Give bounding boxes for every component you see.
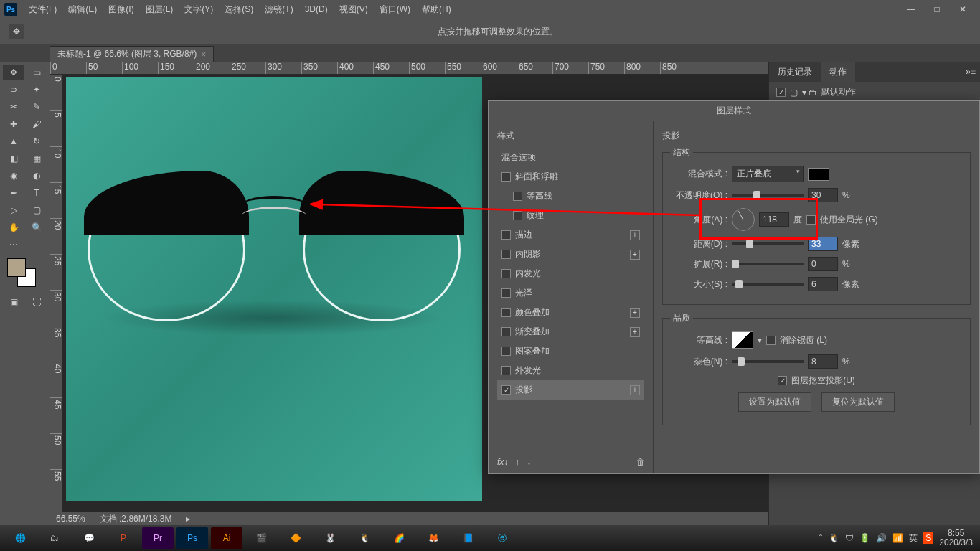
stamp-tool[interactable]: ▲ bbox=[3, 133, 24, 149]
ruler-vertical[interactable]: 0510152025303540455055 bbox=[50, 75, 63, 512]
lasso-tool[interactable]: ⊃ bbox=[3, 82, 24, 98]
global-light-check[interactable] bbox=[806, 215, 816, 225]
canvas[interactable] bbox=[66, 77, 482, 501]
dodge-tool[interactable]: ◐ bbox=[26, 168, 47, 184]
size-slider[interactable] bbox=[732, 283, 804, 286]
innerglow-check[interactable] bbox=[501, 269, 511, 278]
foreground-color[interactable] bbox=[7, 258, 26, 277]
patoverlay-check[interactable] bbox=[501, 347, 511, 356]
spread-slider[interactable] bbox=[732, 263, 804, 265]
close-tab-icon[interactable]: × bbox=[201, 50, 206, 60]
tray-volume-icon[interactable]: 🔊 bbox=[876, 533, 887, 543]
opacity-input[interactable]: 30 bbox=[808, 188, 838, 202]
noise-slider[interactable] bbox=[732, 360, 804, 363]
taskbar-notes-icon[interactable]: 📘 bbox=[452, 527, 484, 549]
status-chevron-icon[interactable]: ▸ bbox=[186, 514, 190, 524]
marquee-tool[interactable]: ▭ bbox=[26, 65, 47, 80]
opacity-slider[interactable] bbox=[732, 194, 804, 197]
magic-wand-tool[interactable]: ✦ bbox=[26, 82, 47, 98]
texture-check[interactable] bbox=[513, 211, 522, 220]
pat-overlay-item[interactable]: 图案叠加 bbox=[497, 342, 644, 361]
taskbar-wechat-icon[interactable]: 💬 bbox=[73, 527, 105, 549]
contour-dropdown-icon[interactable]: ▾ bbox=[758, 335, 762, 345]
taskbar-premiere-icon[interactable]: Pr bbox=[142, 527, 174, 549]
menu-3d[interactable]: 3D(D) bbox=[299, 0, 334, 19]
contour-check[interactable] bbox=[513, 192, 522, 201]
crop-tool[interactable]: ✂ bbox=[3, 99, 24, 115]
inner-shadow-item[interactable]: 内阴影+ bbox=[497, 245, 644, 264]
innershadow-check[interactable] bbox=[501, 250, 511, 259]
satin-check[interactable] bbox=[501, 288, 511, 298]
outerglow-check[interactable] bbox=[501, 366, 511, 375]
action-default-row[interactable]: ▢ ▾ 🗀 默认动作 bbox=[769, 82, 980, 103]
tab-actions[interactable]: 动作 bbox=[821, 62, 855, 82]
move-tool[interactable]: ✥ bbox=[3, 65, 24, 80]
bevel-check[interactable] bbox=[501, 172, 511, 182]
menu-select[interactable]: 选择(S) bbox=[219, 0, 259, 19]
type-tool[interactable]: T bbox=[26, 185, 47, 201]
menu-view[interactable]: 视图(V) bbox=[334, 0, 374, 19]
stroke-check[interactable] bbox=[501, 230, 511, 240]
arrow-down-icon[interactable]: ↓ bbox=[527, 457, 531, 467]
color-swatches[interactable] bbox=[0, 255, 50, 291]
move-tool-icon[interactable]: ✥ bbox=[9, 24, 24, 39]
layer-style-dialog[interactable]: 图层样式 样式 混合选项 斜面和浮雕 等高线 纹理 描边+ 内阴影+ 内发光 光… bbox=[488, 100, 980, 474]
taskbar-explorer-icon[interactable]: 🗂 bbox=[39, 527, 70, 549]
tray-clock[interactable]: 8:55 2020/3/3 bbox=[939, 529, 973, 547]
edit-toolbar[interactable]: ⋯ bbox=[3, 237, 24, 253]
hand-tool[interactable]: ✋ bbox=[3, 220, 24, 235]
eraser-tool[interactable]: ◧ bbox=[3, 151, 24, 166]
angle-input[interactable]: 118 bbox=[759, 212, 789, 227]
tray-chevron-icon[interactable]: ˄ bbox=[819, 533, 823, 543]
antialias-check[interactable] bbox=[766, 336, 776, 345]
taskbar-app1-icon[interactable]: 🔶 bbox=[280, 527, 311, 549]
outer-glow-item[interactable]: 外发光 bbox=[497, 361, 644, 380]
color-overlay-item[interactable]: 颜色叠加+ bbox=[497, 303, 644, 322]
innershadow-add-icon[interactable]: + bbox=[630, 250, 640, 260]
contour-picker[interactable] bbox=[732, 331, 753, 349]
pen-tool[interactable]: ✒ bbox=[3, 185, 24, 201]
path-select-tool[interactable]: ▷ bbox=[3, 202, 24, 218]
tray-network-icon[interactable]: 📶 bbox=[892, 533, 903, 543]
distance-slider[interactable] bbox=[732, 242, 804, 245]
trash-icon[interactable]: 🗑 bbox=[636, 457, 645, 467]
blendmode-select[interactable]: 正片叠底 bbox=[732, 166, 804, 182]
reset-default-button[interactable]: 复位为默认值 bbox=[821, 392, 895, 412]
tray-shield-icon[interactable]: 🛡 bbox=[845, 533, 854, 543]
shape-tool[interactable]: ▢ bbox=[26, 202, 47, 218]
close-button[interactable]: ✕ bbox=[951, 3, 974, 16]
taskbar-qq-icon[interactable]: 🐧 bbox=[349, 527, 380, 549]
tab-history[interactable]: 历史记录 bbox=[769, 62, 821, 82]
size-input[interactable]: 6 bbox=[808, 277, 838, 291]
drop-shadow-item[interactable]: 投影+ bbox=[497, 380, 644, 400]
gradient-tool[interactable]: ▦ bbox=[26, 151, 47, 166]
action-check[interactable] bbox=[776, 88, 786, 97]
spread-input[interactable]: 0 bbox=[808, 257, 838, 271]
healing-tool[interactable]: ✚ bbox=[3, 116, 24, 132]
menu-filter[interactable]: 滤镜(T) bbox=[259, 0, 298, 19]
brush-tool[interactable]: 🖌 bbox=[26, 116, 47, 132]
fx-icon[interactable]: fx↓ bbox=[497, 457, 508, 467]
menu-file[interactable]: 文件(F) bbox=[23, 0, 62, 19]
ruler-horizontal[interactable]: 0501001502002503003504004505005506006507… bbox=[50, 62, 768, 75]
action-modal-icon[interactable]: ▢ bbox=[790, 88, 798, 98]
dropshadow-check[interactable] bbox=[501, 385, 511, 395]
menu-help[interactable]: 帮助(H) bbox=[416, 0, 457, 19]
menu-layer[interactable]: 图层(L) bbox=[140, 0, 179, 19]
satin-item[interactable]: 光泽 bbox=[497, 283, 644, 303]
knockout-check[interactable] bbox=[778, 376, 787, 385]
contour-item[interactable]: 等高线 bbox=[497, 187, 644, 206]
taskbar-illustrator-icon[interactable]: Ai bbox=[211, 527, 242, 549]
maximize-button[interactable]: □ bbox=[925, 3, 948, 16]
gradoverlay-check[interactable] bbox=[501, 327, 511, 336]
panel-menu-icon[interactable]: »≡ bbox=[961, 67, 980, 77]
document-tab[interactable]: 未标题-1 @ 66.6% (图层 3, RGB/8#) × bbox=[50, 46, 214, 62]
taskbar-app2-icon[interactable]: 🐰 bbox=[314, 527, 346, 549]
arrow-up-icon[interactable]: ↑ bbox=[515, 457, 519, 467]
menu-edit[interactable]: 编辑(E) bbox=[62, 0, 103, 19]
grad-overlay-item[interactable]: 渐变叠加+ bbox=[497, 322, 644, 342]
minimize-button[interactable]: — bbox=[900, 3, 923, 16]
taskbar-chrome-icon[interactable]: 🌈 bbox=[383, 527, 415, 549]
tray-sogou-icon[interactable]: S bbox=[923, 532, 933, 544]
taskbar-media-icon[interactable]: 🎬 bbox=[245, 527, 277, 549]
